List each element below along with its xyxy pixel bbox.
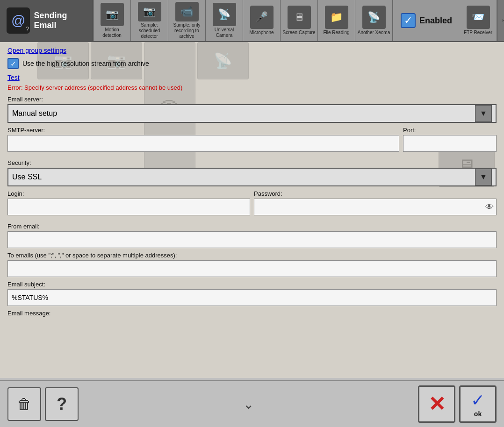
high-resolution-row: ✓ Use the high resolution stream from ar… <box>7 58 497 69</box>
security-label: Security: <box>7 159 497 166</box>
help-button[interactable]: ? <box>45 387 79 421</box>
login-password-row: Login: Password: 👁 <box>7 190 497 219</box>
port-input[interactable] <box>403 135 497 152</box>
from-email-group: From email: <box>7 223 497 248</box>
question-icon: ? <box>57 394 67 414</box>
camera-icon-universal: 📡 <box>213 3 236 26</box>
camera-icon-anotherxeoma: 📡 <box>362 6 386 29</box>
camera-item-microphone[interactable]: 🎤 Microphone <box>243 0 281 41</box>
camera-label-microphone: Microphone <box>249 30 274 36</box>
camera-icon-motion: 📷 <box>101 3 124 26</box>
at-symbol: @ <box>11 13 25 28</box>
camera-label-universal: UniversalCamera <box>215 27 234 38</box>
cancel-button[interactable]: ✕ <box>418 385 455 423</box>
camera-icon-ftpreceiver: 📨 <box>467 6 490 29</box>
delete-button[interactable]: 🗑 <box>7 387 41 421</box>
password-label: Password: <box>254 190 497 197</box>
password-group: Password: 👁 <box>254 190 497 215</box>
form-section: Open group settings ✓ Use the high resol… <box>7 47 497 318</box>
camera-item-motion[interactable]: 📷 Motiondetection <box>94 0 131 41</box>
smtp-server-group: SMTP-server: <box>7 127 399 152</box>
email-subject-input[interactable] <box>7 289 497 306</box>
password-wrapper: 👁 <box>254 199 497 215</box>
email-subject-group: Email subject: <box>7 281 497 306</box>
camera-icon-scheduled: 📷 <box>138 2 161 21</box>
camera-icon-filereading: 📁 <box>325 6 348 29</box>
camera-icon-screencapture: 🖥 <box>288 6 311 29</box>
email-message-group: Email message: <box>7 310 497 318</box>
top-camera-strip: @ ? Sending Email 📷 Motiondetection 📷 Sa… <box>0 0 504 42</box>
camera-label-anotherxeoma: Another Xeoma <box>358 30 390 36</box>
enabled-label: Enabled <box>419 16 452 26</box>
camera-label-scheduled: Sample:scheduleddetector <box>139 22 160 39</box>
bottom-center: ⌄ <box>234 395 262 413</box>
security-dropdown-arrow[interactable]: ▼ <box>475 169 492 185</box>
high-resolution-checkbox[interactable]: ✓ <box>7 58 19 69</box>
ok-checkmark-icon: ✓ <box>471 391 485 410</box>
email-server-group: Email server: Manual setup ▼ <box>7 96 497 123</box>
email-server-select-wrapper: Manual setup ▼ <box>7 104 497 123</box>
camera-icon-recording: 📹 <box>175 2 199 21</box>
ok-label: ok <box>474 410 482 418</box>
chevron-down-icon: ⌄ <box>243 397 254 412</box>
module-title: Sending Email <box>34 11 86 30</box>
bottom-right-buttons: ✕ ✓ ok <box>418 385 497 423</box>
question-mark: ? <box>26 25 29 33</box>
trash-icon: 🗑 <box>17 396 32 413</box>
main-content: 📷 📷 👁 📡 🖥 Open group settings ✓ Use the … <box>0 42 504 378</box>
enabled-checkbox[interactable]: ✓ <box>401 13 416 28</box>
ok-button[interactable]: ✓ ok <box>459 385 497 423</box>
camera-item-scheduled[interactable]: 📷 Sample:scheduleddetector <box>131 0 168 41</box>
login-group: Login: <box>7 190 250 215</box>
camera-item-screencapture[interactable]: 🖥 Screen Capture <box>281 0 318 41</box>
camera-icon-microphone: 🎤 <box>250 6 274 29</box>
smtp-port-row: SMTP-server: Port: <box>7 127 497 156</box>
test-link[interactable]: Test <box>7 74 20 81</box>
cancel-icon: ✕ <box>428 394 446 414</box>
security-group: Security: Use SSL ▼ <box>7 159 497 186</box>
to-emails-group: To emails (use ";", "," or space to sepa… <box>7 252 497 277</box>
password-input[interactable] <box>254 199 497 215</box>
to-emails-input[interactable] <box>7 260 497 277</box>
expand-button[interactable]: ⌄ <box>234 395 262 413</box>
smtp-server-input[interactable] <box>7 135 399 152</box>
email-server-value: Manual setup <box>12 109 57 118</box>
from-email-input[interactable] <box>7 231 497 248</box>
error-message: Error: Specify server address (specified… <box>7 84 497 91</box>
camera-label-screencapture: Screen Capture <box>282 30 315 36</box>
camera-item-filereading[interactable]: 📁 File Reading <box>318 0 355 41</box>
email-message-label: Email message: <box>7 310 497 317</box>
camera-label-recording: Sample: onlyrecording toarchive <box>173 22 201 39</box>
module-header: @ ? Sending Email <box>0 0 94 41</box>
camera-label-httpreceiver: HTTP receiver <box>503 18 504 23</box>
camera-label-ftpreceiver: FTP Receiver <box>464 30 492 36</box>
security-value: Use SSL <box>12 173 42 181</box>
enabled-badge: ✓ Enabled <box>393 0 460 41</box>
login-label: Login: <box>7 190 250 197</box>
email-server-label: Email server: <box>7 96 497 103</box>
bottom-left-buttons: 🗑 ? <box>7 387 79 421</box>
security-select-wrapper: Use SSL ▼ <box>7 168 497 186</box>
camera-label-motion: Motiondetection <box>102 27 122 38</box>
camera-item-universal[interactable]: 📡 UniversalCamera <box>206 0 243 41</box>
to-emails-label: To emails (use ";", "," or space to sepa… <box>7 252 497 259</box>
bottom-bar: 🗑 ? ⌄ ✕ ✓ ok <box>0 380 504 427</box>
port-group: Port: <box>403 127 497 152</box>
camera-item-httpreceiver[interactable]: HTTP receiver <box>497 0 504 41</box>
module-icon: @ ? <box>7 7 30 34</box>
show-password-icon[interactable]: 👁 <box>485 202 494 212</box>
camera-item-ftpreceiver[interactable]: 📨 FTP Receiver <box>460 0 497 41</box>
camera-item-recording[interactable]: 📹 Sample: onlyrecording toarchive <box>168 0 206 41</box>
email-server-dropdown-arrow[interactable]: ▼ <box>475 105 492 122</box>
high-resolution-label: Use the high resolution stream from arch… <box>22 60 149 67</box>
login-input[interactable] <box>7 199 250 215</box>
from-email-label: From email: <box>7 223 497 230</box>
camera-label-filereading: File Reading <box>323 30 349 36</box>
camera-item-anotherxeoma[interactable]: 📡 Another Xeoma <box>355 0 393 41</box>
smtp-server-label: SMTP-server: <box>7 127 399 134</box>
email-subject-label: Email subject: <box>7 281 497 288</box>
open-group-settings-link[interactable]: Open group settings <box>7 47 66 54</box>
email-server-select[interactable]: Manual setup ▼ <box>7 104 497 123</box>
security-select[interactable]: Use SSL ▼ <box>7 168 497 186</box>
port-label: Port: <box>403 127 497 134</box>
